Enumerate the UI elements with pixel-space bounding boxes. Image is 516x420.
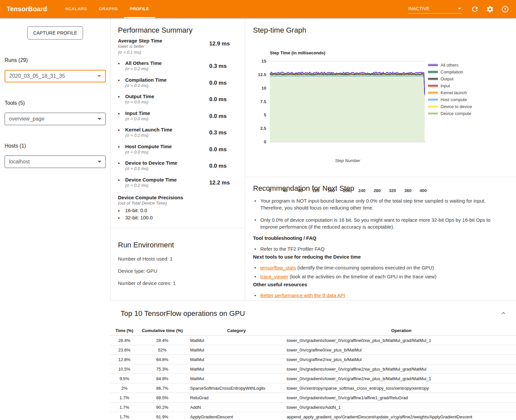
metric-row: • Device to Device Time (σ = 0.0 ms) 0.0…: [118, 160, 238, 172]
table-row: 1.7% 91.9% ApplyGradientDescent append_a…: [110, 412, 516, 420]
step-time-graph-title: Step-time Graph: [253, 26, 306, 35]
tab-profile[interactable]: PROFILE: [124, 0, 155, 18]
performance-summary-panel: Performance Summary Average Step Time lo…: [110, 18, 245, 300]
metric-row: • Compilation Time (σ = 0.0 ms) 0.0 ms: [118, 77, 238, 89]
hosts-select[interactable]: localhost: [5, 155, 106, 168]
resource-bullet: Better performance with the tf.data API: [253, 292, 508, 299]
tools-label: Tools (5): [5, 100, 106, 106]
status-select[interactable]: INACTIVE: [408, 5, 462, 14]
legend-label: Compilation: [441, 70, 463, 74]
table-row: 1.7% 88.5% ReluGrad tower_0/v/gradients/…: [110, 393, 516, 403]
capture-profile-button[interactable]: CAPTURE PROFILE: [27, 26, 83, 40]
legend-swatch: [428, 105, 438, 108]
right-panel: Step-time Graph Step Time (in millisecon…: [245, 18, 516, 300]
faq-title: Tool troubleshooting / FAQ: [253, 235, 508, 241]
app-title: TensorBoard: [7, 5, 59, 13]
hosts-select-value: localhost: [9, 159, 30, 165]
chevron-down-icon: [458, 8, 461, 10]
metric-row: • Output Time (σ = 0.0 ms) 0.0 ms: [118, 94, 238, 105]
legend-item: Device compute: [428, 110, 472, 117]
tensorflow-stats-link[interactable]: tensorflow_stats: [260, 265, 296, 270]
tool-bullet: tensorflow_stats (identify the time-cons…: [253, 264, 508, 271]
legend-swatch: [428, 112, 438, 115]
table-row: 28.4% 28.4% MatMul tower_0/v/gradients/t…: [110, 336, 516, 345]
tools-select[interactable]: overview_page: [5, 113, 106, 125]
help-icon[interactable]: ?: [499, 3, 511, 15]
step-time-chart[interactable]: [270, 60, 425, 143]
legend-item: Device to device: [428, 103, 472, 110]
refresh-icon[interactable]: [469, 3, 481, 15]
metric-row: • Device Compute Time (σ = 0.2 ms) 12.2 …: [118, 177, 238, 188]
metric-row: • Input Time (σ = 0.0 ms) 0.0 ms: [118, 110, 238, 122]
table-header-row: Time (%) Cumulative time (%) Category Op…: [110, 326, 516, 336]
y-tick-label: 12.5: [246, 72, 266, 77]
run-environment-title: Run Environment: [118, 241, 238, 249]
runs-select[interactable]: 2020_03_05_18_31_35: [5, 70, 106, 82]
table-row: 10.5% 75.3% MatMul tower_0/v/gradients/t…: [110, 364, 516, 374]
recommendation-bullet: Your program is NOT input-bound because …: [253, 197, 508, 211]
y-tick-label: 2.5: [246, 126, 266, 131]
legend-item: Kernel launch: [428, 89, 472, 96]
y-tick-label: 10: [246, 86, 266, 91]
tab-scalars[interactable]: SCALARS: [59, 0, 93, 18]
run-env-hosts: Number of Hosts used: 1: [118, 256, 238, 262]
top-ops-title: Top 10 TensorFlow operations on GPU: [121, 309, 245, 318]
divider: [111, 228, 245, 228]
precisions-note: (out of Total Device Time): [118, 200, 238, 206]
metric-row: • All Others Time (σ = 0.2 ms) 0.3 ms: [118, 60, 238, 72]
nav-tabs: SCALARS GRAPHS PROFILE: [59, 0, 155, 18]
table-row: 23.6% 52% MatMul tower_0/v/cg/affine0/xw…: [110, 345, 516, 355]
performance-summary-title: Performance Summary: [118, 26, 238, 35]
tab-graphs[interactable]: GRAPHS: [93, 0, 124, 18]
table-row: 1.7% 90.2% AddN tower_0/v/gradients/AddN…: [110, 403, 516, 412]
status-select-value: INACTIVE: [408, 6, 430, 11]
recommendation-bullet: Only 0.0% of device computation is 16 bi…: [253, 216, 508, 231]
avg-step-time-value: 12.9 ms: [209, 38, 238, 55]
legend-label: Host compute: [441, 97, 467, 102]
settings-icon[interactable]: [484, 3, 496, 15]
legend-label: Device compute: [441, 111, 471, 116]
navbar: TensorBoard SCALARS GRAPHS PROFILE INACT…: [0, 0, 516, 18]
legend-item: All others: [428, 62, 472, 69]
trace-viewer-link[interactable]: trace_viewer: [260, 274, 288, 279]
legend-item: Output: [428, 75, 472, 82]
avg-step-time-sigma: (σ = 0.1 ms): [118, 49, 209, 55]
run-env-device-type: Device type: GPU: [118, 268, 238, 274]
divider: [245, 177, 516, 177]
chart-title: Step Time (in milliseconds): [270, 50, 325, 55]
hosts-label: Hosts (1): [5, 143, 106, 149]
legend-label: All others: [441, 63, 458, 68]
chart-legend: All othersCompilationOutputInputKernel l…: [428, 62, 472, 117]
svg-text:?: ?: [504, 7, 506, 12]
legend-swatch: [428, 98, 438, 101]
avg-step-time-note: lower is better: [118, 43, 209, 49]
recommendation-title: Recommendation for Next Step: [253, 184, 508, 193]
legend-item: Compilation: [428, 69, 472, 75]
metric-row: • Host Compute Time (σ = 0.0 ms) 0.0 ms: [118, 144, 238, 155]
tools-select-value: overview_page: [9, 116, 44, 122]
y-tick-label: 5: [246, 112, 266, 117]
legend-label: Device to device: [441, 104, 472, 109]
precision-item: • 16-bit: 0.0: [118, 208, 238, 213]
faq-bullet: Refer to the TF2 Profiler FAQ: [253, 245, 508, 252]
collapse-chevron-icon[interactable]: [501, 311, 506, 317]
next-tools-title: Next tools to use for reducing the Devic…: [253, 254, 508, 260]
table-row: 12.8% 64.8% MatMul tower_0/v/cg/affine2/…: [110, 355, 516, 364]
avg-step-time-label: Average Step Time: [118, 38, 209, 43]
tfdata-api-link[interactable]: Better performance with the tf.data API: [260, 293, 345, 298]
legend-label: Kernel launch: [441, 90, 467, 95]
legend-label: Output: [441, 76, 453, 81]
legend-item: Input: [428, 82, 472, 89]
metric-row: • Kernel Launch Time (σ = 0.1 ms) 0.3 ms: [118, 127, 238, 138]
tool-bullet: trace_viewer (look at the activities on …: [253, 273, 508, 280]
legend-swatch: [428, 64, 438, 67]
avg-step-time-row: Average Step Time lower is better (σ = 0…: [118, 38, 238, 55]
recommendation-section: Recommendation for Next Step Your progra…: [253, 184, 508, 300]
runs-label: Runs (29): [5, 57, 106, 63]
y-tick-label: 15: [246, 59, 266, 64]
legend-swatch: [428, 84, 438, 87]
table-row: 2% 86.7% SparseSoftmaxCrossEntropyWithLo…: [110, 383, 516, 393]
x-axis-title: Step Number: [270, 158, 425, 163]
precisions-title: Device Compute Precisions: [118, 195, 238, 200]
top-ops-table: Time (%) Cumulative time (%) Category Op…: [110, 326, 516, 420]
